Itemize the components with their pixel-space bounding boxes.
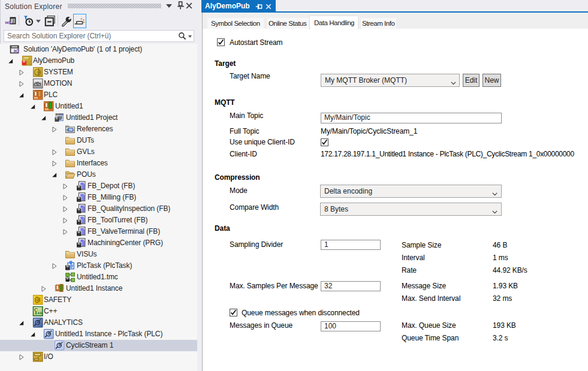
svg-text:++: ++ [37, 310, 42, 315]
svg-text:PLC: PLC [56, 113, 63, 116]
